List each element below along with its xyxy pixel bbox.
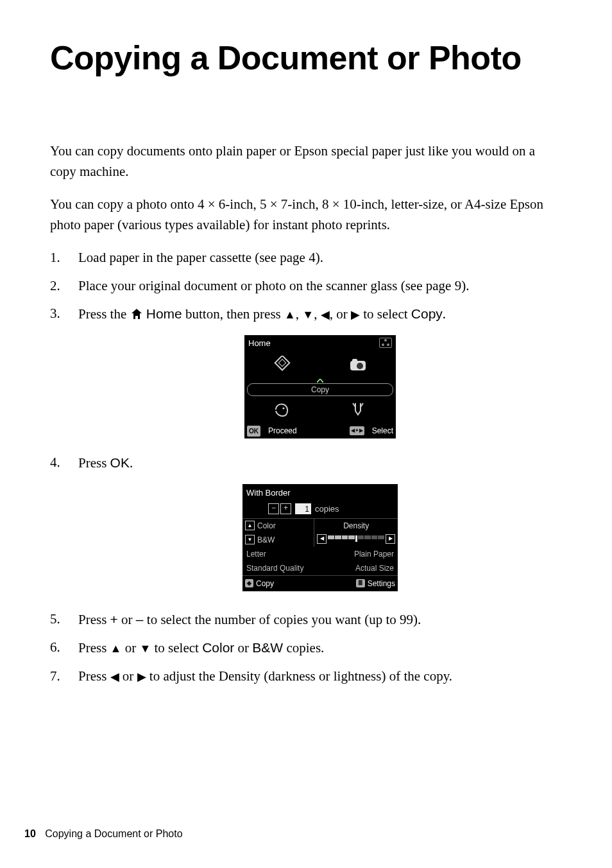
lcd2-copies-label: copies xyxy=(315,503,339,516)
lcd2-menu-badge: ≣ xyxy=(356,579,365,588)
step3-text-b: button, then press xyxy=(185,306,284,322)
page-footer: 10 Copying a Document or Photo xyxy=(24,828,183,840)
step-4: Press OK. With Border −+ 1 copies ▲Color… xyxy=(50,453,562,591)
step-7: Press ◀ or ▶ to adjust the Density (dark… xyxy=(50,666,562,687)
step4-text-a: Press xyxy=(78,455,110,471)
intro-paragraph-1: You can copy documents onto plain paper … xyxy=(50,141,562,182)
lcd2-start-badge: ◈ xyxy=(245,579,253,588)
lcd2-up-icon: ▲ xyxy=(245,521,255,530)
step6-or: or xyxy=(121,640,139,655)
up-triangle-icon: ▲ xyxy=(284,308,296,321)
step7-or: or xyxy=(119,668,137,684)
step-6: Press ▲ or ▼ to select Color or B&W copi… xyxy=(50,638,562,659)
setup-menu-icon xyxy=(351,402,365,417)
lcd2-right-icon: ▶ xyxy=(386,534,395,544)
step5-text-a: Press xyxy=(78,612,110,627)
lcd-copy-label: Copy xyxy=(247,383,393,396)
step6-text-a: Press xyxy=(78,640,110,655)
lcd2-title: With Border xyxy=(242,484,398,502)
copy-menu-icon xyxy=(273,356,291,374)
right-triangle-icon: ▶ xyxy=(137,670,146,683)
step7-text-b: to adjust the Density (darkness or light… xyxy=(146,668,452,684)
step6-or2: or xyxy=(234,640,252,655)
lcd2-plusminus: −+ xyxy=(268,503,291,514)
step3-text-a: Press the xyxy=(78,306,130,322)
step5-minus: – xyxy=(136,612,144,627)
lcd2-copy-btn: Copy xyxy=(256,578,274,589)
step3-text-e: . xyxy=(443,306,446,322)
svg-rect-4 xyxy=(352,359,357,362)
step6-text-c: copies. xyxy=(283,640,324,655)
step6-color: Color xyxy=(202,640,234,655)
lcd2-letter-label: Letter xyxy=(246,548,266,560)
lcd-ok-badge: OK xyxy=(247,426,260,437)
down-triangle-icon: ▼ xyxy=(302,308,314,321)
lcd2-std-label: Standard Quality xyxy=(246,562,303,574)
lcd-select-label: Select xyxy=(372,425,393,437)
footer-section-label: Copying a Document or Photo xyxy=(45,828,182,839)
lcd-home-title: Home xyxy=(248,337,271,350)
lcd2-bw-label: B&W xyxy=(257,534,275,546)
step3-copy-label: Copy xyxy=(411,306,443,321)
left-triangle-icon: ◀ xyxy=(110,670,119,683)
left-triangle-icon: ◀ xyxy=(321,308,330,321)
lcd2-settings-btn: Settings xyxy=(368,578,395,589)
down-triangle-icon: ▼ xyxy=(139,642,151,655)
page-title: Copying a Document or Photo xyxy=(50,39,562,77)
page-number: 10 xyxy=(24,828,36,839)
svg-rect-1 xyxy=(278,360,285,367)
lcd-home-screenshot: Home Copy xyxy=(244,335,396,439)
right-triangle-icon: ▶ xyxy=(351,308,360,321)
lcd-arrows-badge: ◀✦▶ xyxy=(350,426,364,435)
step5-text-b: to select the number of copies you want … xyxy=(144,612,421,627)
steps-list: Load paper in the paper cassette (see pa… xyxy=(50,248,562,686)
step-3: Press the Home button, then press ▲, ▼, … xyxy=(50,304,562,438)
photo-menu-icon xyxy=(350,358,366,371)
step7-text-a: Press xyxy=(78,668,110,684)
step6-text-b: to select xyxy=(151,640,202,655)
caret-up-icon xyxy=(317,379,323,383)
lcd2-actual-label: Actual Size xyxy=(355,562,394,574)
printer-status-icon xyxy=(379,338,392,348)
step3-text-d: to select xyxy=(363,306,411,322)
svg-point-5 xyxy=(283,408,285,410)
step3-home-label: Home xyxy=(146,306,182,321)
step-5: Press + or – to select the number of cop… xyxy=(50,609,562,630)
step5-plus: + xyxy=(110,612,118,627)
lcd2-plain-label: Plain Paper xyxy=(354,548,394,560)
page: Copying a Document or Photo You can copy… xyxy=(0,0,612,868)
lcd2-color-label: Color xyxy=(257,520,276,532)
step3-text-c: , or xyxy=(330,306,351,322)
lcd2-down-icon: ▼ xyxy=(245,535,255,544)
step4-ok-label: OK xyxy=(110,455,130,470)
lcd2-density-label: Density xyxy=(343,520,369,532)
svg-point-3 xyxy=(357,363,363,369)
step5-or: or xyxy=(118,612,136,627)
step6-bw: B&W xyxy=(252,640,283,655)
step-1: Load paper in the paper cassette (see pa… xyxy=(50,248,562,268)
lcd-proceed-label: Proceed xyxy=(268,425,297,437)
up-triangle-icon: ▲ xyxy=(110,642,122,655)
svg-rect-0 xyxy=(275,356,290,370)
home-icon xyxy=(130,308,143,320)
lcd2-copies-count: 1 xyxy=(295,503,311,514)
step-2: Place your original document or photo on… xyxy=(50,276,562,297)
lcd-copy-screenshot: With Border −+ 1 copies ▲Color ▼B&W Dens… xyxy=(242,484,398,591)
scan-menu-icon xyxy=(275,402,290,417)
lcd2-left-icon: ◀ xyxy=(317,534,327,544)
step4-text-b: . xyxy=(130,455,133,471)
lcd2-density-bar: ◀ ▶ xyxy=(314,533,398,545)
intro-paragraph-2: You can copy a photo onto 4 × 6-inch, 5 … xyxy=(50,195,562,235)
